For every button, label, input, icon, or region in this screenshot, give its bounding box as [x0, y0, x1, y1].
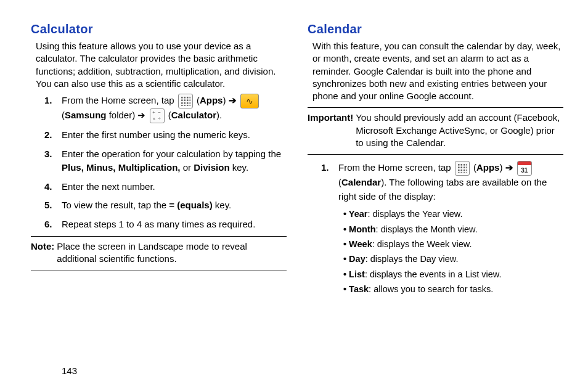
bullet-text: : displays the Year view.: [368, 209, 463, 219]
bullet-text: : displays the Day view.: [365, 254, 459, 264]
step-number: 4.: [44, 180, 62, 194]
step-text: To view the result, tap the: [62, 200, 169, 210]
step-body: Enter the operation for your calculation…: [62, 147, 287, 175]
step-text: key.: [230, 162, 249, 173]
step-number: 5.: [44, 198, 62, 213]
list-item: Week: displays the Week view.: [343, 237, 563, 251]
left-column: Calculator Using this feature allows you…: [31, 22, 287, 303]
note-label: Note:: [31, 240, 54, 266]
step-text: key.: [213, 200, 232, 210]
step-text: folder) ➔: [107, 110, 149, 120]
bullet-bold: Day: [349, 254, 365, 264]
step-body: Enter the next number.: [62, 180, 287, 194]
list-item: Task: allows you to search for tasks.: [343, 282, 563, 296]
step-body: Enter the first number using the numeric…: [62, 128, 287, 142]
calculator-steps: 1. From the Home screen, tap (Apps) ➔ (S…: [44, 94, 287, 231]
bullet-bold: List: [349, 269, 365, 279]
bullet-text: : allows you to search for tasks.: [369, 284, 493, 294]
bullet-bold: Year: [349, 209, 368, 219]
divider: [31, 236, 287, 237]
note-block: Note: Place the screen in Landscape mode…: [31, 240, 287, 266]
bullet-bold: Month: [349, 224, 375, 234]
important-text: You should previously add an account (Fa…: [356, 112, 563, 149]
divider: [308, 154, 563, 155]
arrow-icon: ➔: [226, 95, 239, 105]
step-body: From the Home screen, tap (Apps) ➔ (Sams…: [62, 94, 287, 123]
bullet-text: : displays the Month view.: [376, 224, 478, 234]
calendar-intro: With this feature, you can consult the c…: [312, 40, 563, 102]
calculator-icon: [150, 108, 165, 123]
bullet-text: : displays the events in a List view.: [365, 269, 502, 279]
divider: [308, 107, 563, 108]
step-bold: = (equals): [169, 200, 212, 210]
samsung-label: Samsung: [65, 110, 107, 120]
calculator-intro: Using this feature allows you to use you…: [36, 40, 287, 90]
step-bold: Plus, Minus, Multiplication,: [62, 162, 181, 173]
tab-list: Year: displays the Year view. Month: dis…: [343, 207, 563, 296]
step-text: or: [181, 162, 194, 173]
note-text: Place the screen in Landscape mode to re…: [57, 240, 287, 266]
step-number: 2.: [44, 128, 62, 142]
arrow-icon: ➔: [502, 162, 515, 173]
list-item: Month: displays the Month view.: [343, 223, 563, 236]
step-text: From the Home screen, tap: [62, 95, 177, 105]
samsung-folder-icon: [240, 94, 259, 108]
calculator-label: Calculator: [171, 110, 216, 120]
bullet-bold: Week: [349, 239, 372, 249]
apps-label: Apps: [200, 95, 223, 105]
page-number: 143: [62, 365, 77, 376]
step-text: Enter the operation for your calculation…: [62, 149, 281, 159]
apps-icon: [178, 94, 193, 108]
step-number: 1.: [44, 94, 62, 123]
step-body: To view the result, tap the = (equals) k…: [62, 198, 287, 213]
apps-label: Apps: [476, 162, 500, 173]
important-label: Important!: [308, 112, 353, 149]
step-bold: Division: [194, 162, 229, 173]
calendar-label: Calendar: [341, 177, 381, 187]
important-block: Important! You should previously add an …: [308, 112, 563, 149]
calendar-icon: [517, 161, 532, 176]
divider: [31, 271, 287, 271]
bullet-bold: Task: [349, 284, 369, 294]
calendar-steps: 1. From the Home screen, tap (Apps) ➔ (C…: [321, 161, 563, 298]
right-column: Calendar With this feature, you can cons…: [308, 22, 563, 303]
step-number: 3.: [44, 147, 62, 175]
list-item: Year: displays the Year view.: [343, 207, 563, 221]
step-body: Repeat steps 1 to 4 as many times as req…: [62, 218, 287, 232]
bullet-text: : displays the Week view.: [372, 239, 472, 249]
list-item: List: displays the events in a List view…: [343, 267, 563, 281]
step-number: 1.: [321, 161, 338, 298]
step-body: From the Home screen, tap (Apps) ➔ (Cale…: [338, 161, 563, 298]
apps-icon: [455, 161, 470, 176]
list-item: Day: displays the Day view.: [343, 252, 563, 266]
calendar-heading: Calendar: [308, 22, 563, 36]
step-number: 6.: [44, 218, 62, 232]
step-text: From the Home screen, tap: [338, 162, 454, 173]
calculator-heading: Calculator: [31, 22, 287, 36]
